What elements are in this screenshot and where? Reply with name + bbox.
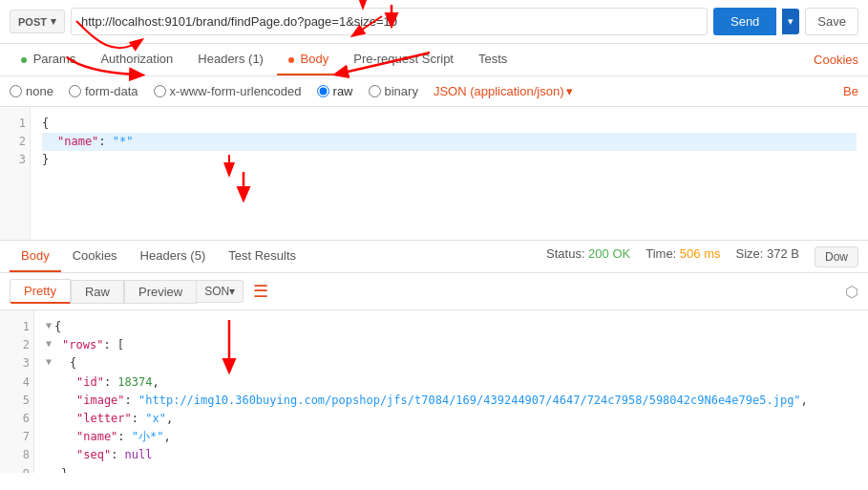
- size-label: Size: 372 B: [735, 246, 799, 267]
- request-line-numbers: 1 2 3: [0, 107, 31, 240]
- resp-dropdown-icon: ▾: [229, 285, 235, 298]
- resp-json-dropdown[interactable]: SON ▾: [197, 280, 243, 303]
- response-status-bar: Status: 200 OK Time: 506 ms Size: 372 B …: [546, 246, 858, 267]
- size-value: 372 B: [767, 246, 799, 261]
- response-section: Body Cookies Headers (5) Test Results St…: [0, 241, 868, 473]
- option-raw[interactable]: raw: [317, 84, 353, 98]
- method-label: POST: [18, 16, 47, 28]
- view-options-bar: Pretty Raw Preview SON ▾ ☰ ⬡: [0, 273, 868, 310]
- request-code-editor: 1 2 3 { "name" : "*" }: [0, 107, 868, 241]
- time-label: Time: 506 ms: [646, 246, 720, 267]
- tab-authorization[interactable]: Authorization: [89, 44, 184, 75]
- response-code: 1 2 3 4 5 6 7 8 9 ▼ { ▼ "rows" : [ ▼: [0, 310, 868, 473]
- triangle-icon-1: ▼: [46, 318, 52, 336]
- resp-line-7: "name" : "小*" ,: [46, 428, 857, 446]
- triangle-icon-3: ▼: [46, 354, 52, 373]
- request-tabs: Params Authorization Headers (1) Body Pr…: [0, 44, 868, 76]
- time-value: 506 ms: [680, 246, 721, 261]
- resp-line-5: "image" : "http://img10.360buying.com/po…: [46, 392, 857, 410]
- view-preview-button[interactable]: Preview: [124, 280, 197, 304]
- top-section: POST ▾ Send ▾ Save Params Authorization …: [0, 0, 868, 241]
- view-pretty-button[interactable]: Pretty: [10, 279, 71, 304]
- code-line-3: }: [42, 151, 857, 169]
- resp-tab-cookies-label: Cookies: [73, 248, 117, 263]
- send-dropdown-button[interactable]: ▾: [782, 9, 799, 34]
- be-link[interactable]: Be: [843, 84, 858, 98]
- format-icon[interactable]: ☰: [253, 281, 268, 302]
- view-raw-button[interactable]: Raw: [71, 280, 124, 304]
- json-format-select[interactable]: JSON (application/json) ▾: [434, 84, 574, 98]
- tab-tests[interactable]: Tests: [467, 44, 519, 75]
- tab-params-label: Params: [33, 52, 76, 66]
- resp-tab-body-label: Body: [21, 248, 50, 263]
- tab-prerequest-label: Pre-request Script: [353, 52, 454, 66]
- resp-tab-cookies[interactable]: Cookies: [61, 241, 129, 272]
- request-code-content[interactable]: { "name" : "*" }: [31, 107, 868, 240]
- resp-line-numbers: 1 2 3 4 5 6 7 8 9: [0, 310, 34, 473]
- url-bar: POST ▾ Send ▾ Save: [0, 0, 868, 44]
- response-tabs-bar: Body Cookies Headers (5) Test Results St…: [0, 241, 868, 273]
- body-options: none form-data x-www-form-urlencoded raw…: [0, 76, 868, 107]
- json-dropdown-icon: ▾: [566, 84, 573, 98]
- tab-headers-label: Headers (1): [198, 52, 264, 66]
- resp-code-content: ▼ { ▼ "rows" : [ ▼ { "id" : 18374 ,: [34, 310, 868, 473]
- json-format-label: JSON (application/json): [434, 84, 564, 98]
- tab-prerequest[interactable]: Pre-request Script: [342, 44, 465, 75]
- status-value: 200 OK: [588, 246, 630, 261]
- resp-tab-testresults[interactable]: Test Results: [217, 241, 307, 272]
- resp-line-2: ▼ "rows" : [: [46, 336, 857, 354]
- resp-line-9: }: [46, 465, 857, 474]
- method-select[interactable]: POST ▾: [10, 10, 65, 33]
- resp-line-8: "seq" : null: [46, 446, 857, 464]
- triangle-icon-2: ▼: [46, 336, 52, 354]
- option-formdata[interactable]: form-data: [69, 84, 138, 98]
- option-urlencoded[interactable]: x-www-form-urlencoded: [154, 84, 302, 98]
- resp-tab-headers-label: Headers (5): [140, 248, 206, 263]
- resp-line-3: ▼ {: [46, 354, 857, 373]
- params-dot: [21, 57, 27, 63]
- resp-tab-body[interactable]: Body: [10, 241, 61, 272]
- resp-tab-testresults-label: Test Results: [228, 248, 296, 263]
- tab-tests-label: Tests: [478, 52, 507, 66]
- tab-body-label: Body: [301, 52, 329, 66]
- resp-line-4: "id" : 18374 ,: [46, 373, 857, 392]
- body-dot: [288, 57, 294, 63]
- tab-authorization-label: Authorization: [100, 52, 173, 66]
- resp-tab-headers[interactable]: Headers (5): [129, 241, 218, 272]
- method-dropdown-icon: ▾: [51, 15, 56, 28]
- tab-headers[interactable]: Headers (1): [186, 44, 275, 75]
- tab-body[interactable]: Body: [277, 44, 340, 75]
- status-label: Status: 200 OK: [546, 246, 630, 267]
- url-input[interactable]: [71, 8, 708, 35]
- option-none[interactable]: none: [10, 84, 53, 98]
- option-binary[interactable]: binary: [369, 84, 418, 98]
- maximize-icon[interactable]: ⬡: [845, 283, 858, 301]
- code-line-2: "name" : "*": [42, 133, 857, 151]
- resp-format-label: SON: [204, 285, 229, 298]
- resp-line-1: ▼ {: [46, 318, 857, 336]
- code-line-1: {: [42, 115, 857, 133]
- save-button[interactable]: Save: [805, 8, 858, 35]
- tab-params[interactable]: Params: [10, 44, 87, 75]
- download-button[interactable]: Dow: [815, 246, 858, 267]
- resp-line-6: "letter" : "x" ,: [46, 410, 857, 428]
- send-button[interactable]: Send: [713, 8, 776, 35]
- cookie-link[interactable]: Cookies: [814, 53, 858, 67]
